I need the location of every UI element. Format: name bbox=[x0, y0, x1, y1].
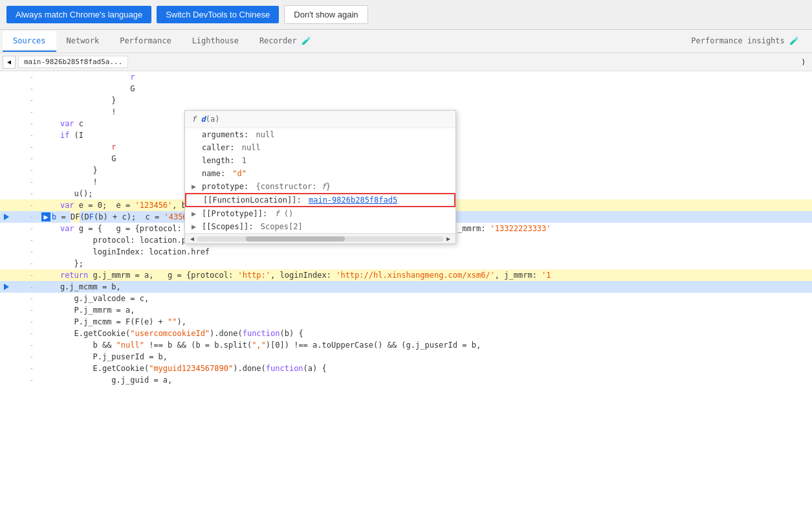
tooltip-row-length: length: 1 bbox=[185, 154, 455, 167]
line-content[interactable]: g.j_mcmm = b, bbox=[39, 281, 812, 293]
expand-icon[interactable]: ⟩ bbox=[797, 56, 809, 67]
code-line: - }; bbox=[0, 258, 812, 269]
tooltip-val: main-9826b285f8fad5 bbox=[304, 196, 398, 205]
code-line: - } bbox=[0, 95, 812, 106]
tooltip-val: null bbox=[237, 143, 261, 152]
tooltip-val: {constructor: f} bbox=[251, 182, 331, 191]
line-number: - bbox=[13, 188, 39, 199]
line-content[interactable]: g.j_valcode = c, bbox=[39, 293, 812, 304]
code-line: - G bbox=[0, 83, 812, 95]
line-number: - bbox=[13, 351, 39, 363]
line-number: - bbox=[13, 316, 39, 328]
line-number: - bbox=[13, 328, 39, 339]
tooltip-key: caller: bbox=[202, 143, 235, 152]
line-content[interactable]: P.j_puserId = b, bbox=[39, 351, 812, 363]
tooltip-row-scopes[interactable]: ▶ [[Scopes]]: Scopes[2] bbox=[185, 220, 455, 233]
expand-icon[interactable]: ▶ bbox=[192, 222, 199, 231]
line-number: - bbox=[13, 374, 39, 386]
line-number: - bbox=[13, 199, 39, 211]
tooltip-row-proto2[interactable]: ▶ [[Prototype]]: f () bbox=[185, 207, 455, 220]
tab-recorder[interactable]: Recorder 🧪 bbox=[249, 31, 322, 52]
tab-lighthouse[interactable]: Lighthouse bbox=[182, 31, 249, 52]
dont-show-again-button[interactable]: Don't show again bbox=[284, 5, 368, 24]
code-line: - loginIndex: location.href bbox=[0, 246, 812, 258]
line-number: - bbox=[13, 339, 39, 351]
tab-sources[interactable]: Sources bbox=[3, 31, 56, 52]
match-language-button[interactable]: Always match Chrome's language bbox=[6, 6, 151, 23]
code-line: - b && "null" !== b && (b = b.split(",")… bbox=[0, 339, 812, 351]
line-content[interactable]: } bbox=[39, 95, 812, 106]
code-line: - r bbox=[0, 71, 812, 83]
code-line: - E.getCookie("myguid1234567890").done(f… bbox=[0, 363, 812, 374]
line-arrow-active2 bbox=[0, 284, 13, 290]
line-number: - bbox=[13, 153, 39, 164]
line-number: - bbox=[13, 246, 39, 258]
tooltip-val: f () bbox=[270, 209, 293, 218]
tab-performance[interactable]: Performance bbox=[109, 31, 181, 52]
scrollbar-track[interactable] bbox=[197, 236, 444, 242]
code-panel: - r - G - } bbox=[0, 71, 812, 518]
tab-performance-insights[interactable]: Performance insights 🧪 bbox=[681, 31, 809, 52]
line-number: - bbox=[13, 71, 39, 83]
line-number: - bbox=[13, 304, 39, 316]
tooltip-func-params: (a) bbox=[206, 115, 220, 124]
line-content[interactable]: P.j_mcmm = F(F(e) + ""), bbox=[39, 316, 812, 328]
line-content[interactable]: E.getCookie("myguid1234567890").done(fun… bbox=[39, 363, 812, 374]
code-line: - g.j_guid = a, bbox=[0, 374, 812, 386]
file-bar: ◀ main-9826b285f8fad5a... ⟩ bbox=[0, 53, 812, 71]
line-content[interactable]: P.j_mmrm = a, bbox=[39, 304, 812, 316]
line-content[interactable]: G bbox=[39, 83, 812, 95]
line-content[interactable]: g.j_guid = a, bbox=[39, 374, 812, 386]
function-location-link[interactable]: main-9826b285f8fad5 bbox=[309, 196, 397, 205]
expand-icon[interactable]: ▶ bbox=[192, 182, 199, 191]
line-number: - bbox=[13, 211, 39, 223]
tooltip-key: length: bbox=[202, 156, 235, 165]
code-line: - E.getCookie("usercomcookieId").done(fu… bbox=[0, 328, 812, 339]
tooltip-val: null bbox=[251, 130, 274, 139]
file-tab[interactable]: main-9826b285f8fad5a... bbox=[18, 56, 128, 68]
line-number: - bbox=[13, 293, 39, 304]
tooltip-row-name: name: "d" bbox=[185, 167, 455, 180]
line-number: - bbox=[13, 83, 39, 95]
code-line: - P.j_mcmm = F(F(e) + ""), bbox=[0, 316, 812, 328]
line-number: - bbox=[13, 130, 39, 141]
scroll-right-arrow[interactable]: ▶ bbox=[444, 235, 453, 242]
tab-network[interactable]: Network bbox=[56, 31, 110, 52]
tooltip-key: [[FunctionLocation]]: bbox=[203, 196, 302, 205]
line-content[interactable]: E.getCookie("usercomcookieId").done(func… bbox=[39, 328, 812, 339]
line-number: - bbox=[13, 223, 39, 234]
code-line: - g.j_valcode = c, bbox=[0, 293, 812, 304]
line-content[interactable]: r bbox=[39, 71, 812, 83]
switch-devtools-button[interactable]: Switch DevTools to Chinese bbox=[157, 6, 279, 23]
line-arrow-active bbox=[0, 214, 13, 220]
tab-bar: Sources Network Performance Lighthouse R… bbox=[0, 30, 812, 53]
scrollbar-thumb[interactable] bbox=[246, 236, 345, 242]
line-content[interactable]: loginIndex: location.href bbox=[39, 246, 812, 258]
line-content[interactable]: return g.j_mmrm = a, g = {protocol: 'htt… bbox=[39, 269, 812, 281]
line-number: - bbox=[13, 176, 39, 188]
tooltip-key: [[Prototype]]: bbox=[202, 209, 267, 218]
tooltip-row-arguments: arguments: null bbox=[185, 128, 455, 141]
expand-icon[interactable]: ▶ bbox=[192, 209, 199, 218]
code-line-return: - return g.j_mmrm = a, g = {protocol: 'h… bbox=[0, 269, 812, 281]
tooltip-row-prototype[interactable]: ▶ prototype: {constructor: f} bbox=[185, 180, 455, 193]
line-number: - bbox=[13, 118, 39, 130]
line-number: - bbox=[13, 363, 39, 374]
line-number: - bbox=[13, 95, 39, 106]
line-number: - bbox=[13, 281, 39, 293]
line-number: - bbox=[13, 234, 39, 246]
line-content[interactable]: b && "null" !== b && (b = b.split(",")[0… bbox=[39, 339, 812, 351]
tooltip-header: f d(a) bbox=[185, 111, 455, 128]
line-number: - bbox=[13, 164, 39, 176]
toggle-sidebar-button[interactable]: ◀ bbox=[3, 56, 16, 69]
line-content[interactable]: }; bbox=[39, 258, 812, 269]
tooltip-key: prototype: bbox=[202, 182, 248, 191]
scroll-left-arrow[interactable]: ◀ bbox=[188, 235, 197, 242]
tooltip-key: name: bbox=[202, 169, 225, 178]
code-line: - P.j_puserId = b, bbox=[0, 351, 812, 363]
tooltip-scrollbar: ◀ ▶ bbox=[185, 233, 455, 243]
tooltip-key: arguments: bbox=[202, 130, 248, 139]
code-line-g-jmcmm: - g.j_mcmm = b, bbox=[0, 281, 812, 293]
tooltip-popup: f d(a) arguments: null caller: null leng… bbox=[184, 110, 456, 244]
line-number: - bbox=[13, 269, 39, 281]
